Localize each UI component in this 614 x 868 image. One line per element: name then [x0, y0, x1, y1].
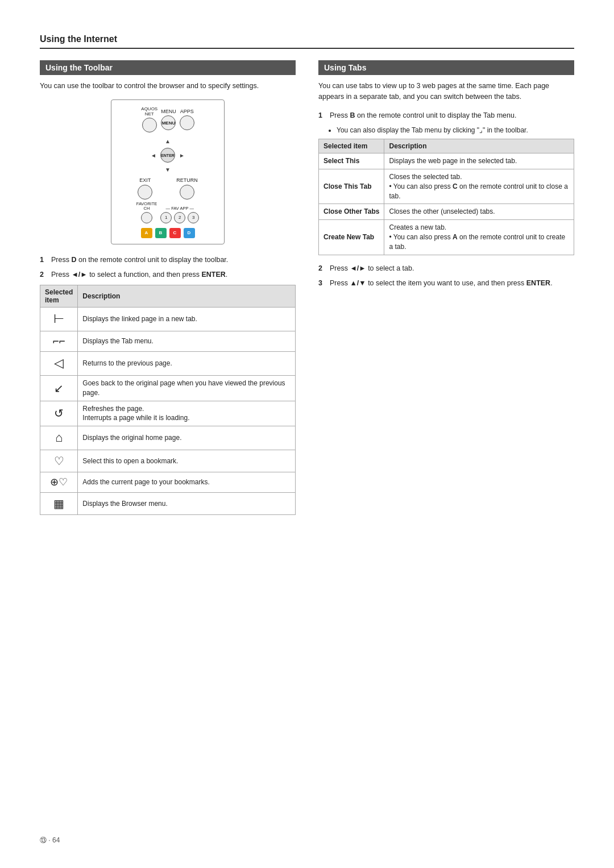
desc-tab-menu: Displays the Tab menu. — [78, 331, 296, 352]
desc-create-new-tab: Creates a new tab.• You can also press A… — [384, 220, 574, 255]
icon-back: ◁ — [40, 352, 78, 376]
tabs-col-desc: Description — [384, 139, 574, 153]
item-create-new-tab: Create New Tab — [319, 220, 384, 255]
menu-btn: MENU — [161, 115, 176, 130]
btn-b: B — [155, 228, 167, 238]
table-row: ♡ Select this to open a bookmark. — [40, 450, 296, 472]
dpad-right: ► — [176, 149, 188, 161]
toolbar-intro: You can use the toolbar to control the b… — [40, 81, 296, 92]
favorite-ch-label: FAVORITECH — [136, 202, 157, 211]
table-row: Create New Tab Creates a new tab.• You c… — [319, 220, 574, 255]
apps-btn — [180, 115, 194, 130]
toolbar-section: Using the Toolbar You can use the toolba… — [40, 60, 296, 523]
table-row: ⊕♡ Adds the current page to your bookmar… — [40, 472, 296, 493]
btn-a: A — [141, 228, 152, 238]
tabs-step3: 3 Press ▲/▼ to select the item you want … — [318, 278, 574, 289]
fav-app-label: — FAV APP — — [166, 206, 194, 211]
tabs-step2: 2 Press ◄/► to select a tab. — [318, 263, 574, 274]
tabs-intro: You can use tabs to view up to 3 web pag… — [318, 81, 574, 102]
enter-btn: ENTER — [160, 148, 175, 163]
icon-bookmark: ♡ — [40, 450, 78, 472]
aquos-net-label: AQUOSNET — [141, 107, 157, 117]
desc-back: Returns to the previous page. — [78, 352, 296, 376]
dpad-up: ▲ — [161, 135, 174, 147]
menu-label: MENU — [161, 109, 176, 115]
tabs-table: Selected item Description Select This Di… — [318, 139, 574, 255]
item-select-this: Select This — [319, 153, 384, 169]
fav3-btn: 3 — [188, 212, 199, 223]
apps-label: APPS — [180, 109, 194, 115]
icon-original: ↙ — [40, 376, 78, 401]
table-row: ⌐⌐ Displays the Tab menu. — [40, 331, 296, 352]
dpad-down: ▼ — [161, 163, 174, 176]
table-row: ▦ Displays the Browser menu. — [40, 493, 296, 515]
table-row: Select This Displays the web page in the… — [319, 153, 574, 169]
desc-home: Displays the original home page. — [78, 426, 296, 450]
remote-diagram: AQUOSNET MENU MENU APPS ▲ ▼ ◄ ► ENTER — [111, 99, 225, 244]
exit-label: EXIT — [139, 178, 151, 184]
page-footer: ⑬ · 64 — [40, 836, 60, 845]
table-row: Close Other Tabs Closes the other (unsel… — [319, 204, 574, 220]
aquos-net-btn — [142, 118, 157, 132]
exit-btn — [138, 185, 152, 200]
toolbar-header: Using the Toolbar — [40, 60, 296, 75]
table-row: ↙ Goes back to the original page when yo… — [40, 376, 296, 401]
table-row: ↺ Refreshes the page.Interrupts a page w… — [40, 401, 296, 426]
desc-close-this-tab: Closes the selected tab.• You can also p… — [384, 169, 574, 204]
toolbar-col-desc: Description — [78, 285, 296, 308]
icon-new-tab: ⊢ — [40, 308, 78, 331]
color-buttons: A B C D — [141, 228, 195, 238]
item-close-other-tabs: Close Other Tabs — [319, 204, 384, 220]
tabs-step1: 1 Press B on the remote control unit to … — [318, 110, 574, 121]
icon-refresh: ↺ — [40, 401, 78, 426]
desc-select-this: Displays the web page in the selected ta… — [384, 153, 574, 169]
table-row: Close This Tab Closes the selected tab.•… — [319, 169, 574, 204]
icon-browser-menu: ▦ — [40, 493, 78, 515]
favorite-ch-btn — [141, 212, 152, 223]
desc-browser-menu: Displays the Browser menu. — [78, 493, 296, 515]
toolbar-step2: 2 Press ◄/► to select a function, and th… — [40, 269, 296, 280]
toolbar-table: Selected item Description ⊢ Displays the… — [40, 285, 296, 515]
toolbar-step1: 1 Press D on the remote control unit to … — [40, 255, 296, 265]
desc-new-tab: Displays the linked page in a new tab. — [78, 308, 296, 331]
icon-tab-menu: ⌐⌐ — [40, 331, 78, 352]
table-row: ⊢ Displays the linked page in a new tab. — [40, 308, 296, 331]
desc-add-bookmark: Adds the current page to your bookmarks. — [78, 472, 296, 493]
return-label: RETURN — [176, 178, 198, 184]
tabs-step1-bullets: You can also display the Tab menu by cli… — [329, 125, 574, 135]
dpad-left: ◄ — [147, 149, 160, 161]
page-title: Using the Internet — [40, 34, 574, 49]
return-btn — [180, 185, 194, 200]
desc-close-other-tabs: Closes the other (unselected) tabs. — [384, 204, 574, 220]
toolbar-col-selected: Selected item — [40, 285, 78, 308]
tabs-header: Using Tabs — [318, 60, 574, 75]
icon-home: ⌂ — [40, 426, 78, 450]
desc-original: Goes back to the original page when you … — [78, 376, 296, 401]
tabs-step1-bullet: You can also display the Tab menu by cli… — [337, 125, 574, 135]
item-close-this-tab: Close This Tab — [319, 169, 384, 204]
dpad: ▲ ▼ ◄ ► ENTER — [147, 135, 188, 176]
tabs-section: Using Tabs You can use tabs to view up t… — [318, 60, 574, 523]
fav1-btn: 1 — [160, 212, 172, 223]
table-row: ⌂ Displays the original home page. — [40, 426, 296, 450]
fav2-btn: 2 — [174, 212, 185, 223]
desc-bookmark: Select this to open a bookmark. — [78, 450, 296, 472]
icon-add-bookmark: ⊕♡ — [40, 472, 78, 493]
tabs-col-selected: Selected item — [319, 139, 384, 153]
table-row: ◁ Returns to the previous page. — [40, 352, 296, 376]
btn-d: D — [184, 228, 195, 238]
desc-refresh: Refreshes the page.Interrupts a page whi… — [78, 401, 296, 426]
btn-c: C — [169, 228, 181, 238]
